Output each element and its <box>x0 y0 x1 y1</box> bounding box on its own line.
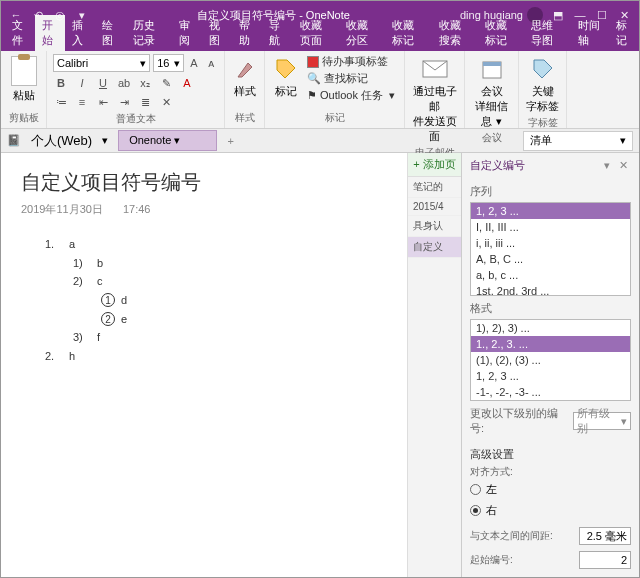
page-list-item[interactable]: 具身认 <box>408 216 461 237</box>
fmt-option[interactable]: 1), 2), 3) ... <box>471 320 630 336</box>
tab-9[interactable]: 收藏页面 <box>293 15 339 51</box>
fmt-option[interactable]: -1-, -2-, -3- ... <box>471 384 630 400</box>
align-right-radio[interactable] <box>470 505 481 516</box>
page-body[interactable]: 自定义项目符号编号 2019年11月30日17:46 1.a1)b2)c1d2e… <box>1 153 407 577</box>
outdent-icon[interactable]: ⇤ <box>95 94 111 110</box>
font-size-select[interactable]: 16▾ <box>153 54 184 72</box>
tab-11[interactable]: 收藏标记 <box>385 15 431 51</box>
apply-label: 更改以下级别的编号: <box>470 406 568 436</box>
list-item[interactable]: 3)f <box>73 328 387 347</box>
strike-icon[interactable]: ab <box>116 75 132 91</box>
chevron-down-icon[interactable]: ▾ <box>102 134 108 147</box>
bullets-icon[interactable]: ≔ <box>53 94 69 110</box>
clear-icon[interactable]: ✕ <box>158 94 174 110</box>
sequence-list[interactable]: 1, 2, 3 ...I, II, III ...i, ii, iii ...A… <box>470 202 631 296</box>
seq-option[interactable]: A, B, C ... <box>471 251 630 267</box>
tab-8[interactable]: 导航 <box>262 15 292 51</box>
tab-3[interactable]: 绘图 <box>95 15 125 51</box>
fmt-option[interactable]: 1., 2., 3. ... <box>471 336 630 352</box>
bold-icon[interactable]: B <box>53 75 69 91</box>
numbering-icon[interactable]: ≡ <box>74 94 90 110</box>
ribbon-tabs: 文件开始插入绘图历史记录审阅视图帮助导航收藏页面收藏分区收藏标记收藏搜索收藏标记… <box>1 29 639 51</box>
list-input[interactable]: 清单▾ <box>523 131 633 151</box>
minimize-icon[interactable]: — <box>569 9 591 21</box>
tab-10[interactable]: 收藏分区 <box>339 15 385 51</box>
font-name-select[interactable]: Calibri▾ <box>53 54 150 72</box>
fmt-option[interactable]: 1 >, 2 >, 3 > ... <box>471 400 630 401</box>
page-list-item[interactable]: 自定义 <box>408 237 461 258</box>
seq-option[interactable]: I, II, III ... <box>471 219 630 235</box>
todo-tag[interactable]: 待办事项标签 <box>307 54 395 69</box>
start-label: 起始编号: <box>470 553 574 567</box>
list-item[interactable]: 1)b <box>73 254 387 273</box>
grow-font-icon[interactable]: A <box>187 55 201 71</box>
panel-dropdown-icon[interactable]: ▾ <box>601 159 613 171</box>
start-input[interactable] <box>579 551 631 569</box>
numbered-list[interactable]: 1.a1)b2)c1d2e3)f2.h <box>21 235 387 366</box>
seq-option[interactable]: 1, 2, 3 ... <box>471 203 630 219</box>
list-item[interactable]: 1d <box>101 291 387 310</box>
notebook-name[interactable]: 个人(Web) <box>31 132 92 150</box>
tab-6[interactable]: 视图 <box>202 15 232 51</box>
format-label: 格式 <box>470 301 631 316</box>
group-keywords: 关键字标签 字标签 <box>519 51 567 128</box>
add-section-icon[interactable]: + <box>227 135 233 147</box>
mail-icon <box>420 54 450 84</box>
list-item[interactable]: 1.a <box>45 235 387 254</box>
italic-icon[interactable]: I <box>74 75 90 91</box>
seq-option[interactable]: i, ii, iii ... <box>471 235 630 251</box>
more-icon[interactable]: ▾ <box>71 9 93 22</box>
seq-option[interactable]: 1st, 2nd, 3rd ... <box>471 283 630 296</box>
panel-close-icon[interactable]: ✕ <box>616 159 631 171</box>
apply-level-select[interactable]: 所有级别▾ <box>573 412 631 430</box>
shrink-font-icon[interactable]: ᴀ <box>204 55 218 71</box>
page-list-item[interactable]: 2015/4 <box>408 198 461 216</box>
group-styles: 样式 样式 <box>225 51 265 128</box>
notebook-icon: 📓 <box>7 134 21 147</box>
underline-icon[interactable]: U <box>95 75 111 91</box>
page-title[interactable]: 自定义项目符号编号 <box>21 169 387 196</box>
tab-5[interactable]: 审阅 <box>172 15 202 51</box>
align-icon[interactable]: ≣ <box>137 94 153 110</box>
section-tab[interactable]: Onenote ▾ <box>118 130 217 151</box>
list-item[interactable]: 2)c <box>73 272 387 291</box>
ribbon-toggle-icon[interactable]: ⬒ <box>547 9 569 22</box>
sub-icon[interactable]: x₂ <box>137 75 153 91</box>
undo-icon[interactable]: ↶ <box>27 9 49 22</box>
add-page-button[interactable]: + 添加页 <box>408 153 461 177</box>
list-item[interactable]: 2.h <box>45 347 387 366</box>
font-color-icon[interactable]: A <box>179 75 195 91</box>
page-meta: 2019年11月30日17:46 <box>21 202 387 217</box>
group-tags: 标记 待办事项标签 🔍查找标记 ⚑Outlook 任务 ▾ 标记 <box>265 51 405 128</box>
email-button[interactable]: 通过电子邮件发送页面 <box>411 54 458 144</box>
tag-icon <box>271 54 301 84</box>
tag-button[interactable]: 标记 <box>271 54 301 103</box>
tab-4[interactable]: 历史记录 <box>126 15 172 51</box>
close-icon[interactable]: ✕ <box>613 9 635 22</box>
touch-icon[interactable]: ◎ <box>49 9 71 22</box>
fmt-option[interactable]: 1, 2, 3 ... <box>471 368 630 384</box>
seq-option[interactable]: a, b, c ... <box>471 267 630 283</box>
tab-7[interactable]: 帮助 <box>232 15 262 51</box>
styles-icon <box>231 54 261 84</box>
meeting-button[interactable]: 会议详细信息 ▾ <box>471 54 512 129</box>
indent-icon[interactable]: ⇥ <box>116 94 132 110</box>
group-email: 通过电子邮件发送页面 电子邮件 <box>405 51 465 128</box>
outlook-task[interactable]: ⚑Outlook 任务 ▾ <box>307 88 395 103</box>
find-tag[interactable]: 🔍查找标记 <box>307 71 395 86</box>
highlight-icon[interactable]: ✎ <box>158 75 174 91</box>
keyword-button[interactable]: 关键字标签 <box>525 54 560 114</box>
align-left-radio[interactable] <box>470 484 481 495</box>
user-name[interactable]: ding huqiang <box>460 9 523 21</box>
styles-button[interactable]: 样式 <box>231 54 258 99</box>
page-list-item[interactable]: 笔记的 <box>408 177 461 198</box>
format-list[interactable]: 1), 2), 3) ...1., 2., 3. ...(1), (2), (3… <box>470 319 631 401</box>
spacing-input[interactable] <box>579 527 631 545</box>
maximize-icon[interactable]: ☐ <box>591 9 613 22</box>
svg-rect-2 <box>483 62 501 66</box>
fmt-option[interactable]: (1), (2), (3) ... <box>471 352 630 368</box>
align-label: 对齐方式: <box>470 465 631 479</box>
list-item[interactable]: 2e <box>101 310 387 329</box>
back-icon[interactable]: ← <box>5 9 27 21</box>
paste-button[interactable]: 粘贴 <box>7 54 40 103</box>
